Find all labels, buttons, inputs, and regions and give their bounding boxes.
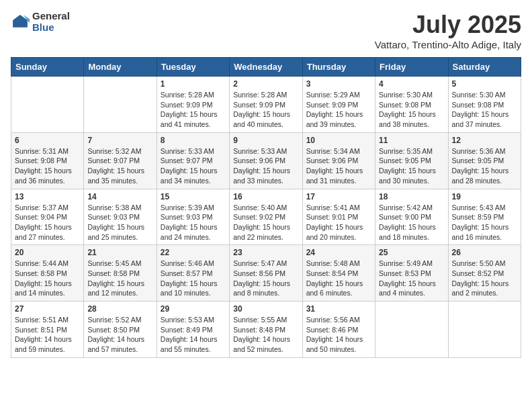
day-info: Sunrise: 5:38 AM Sunset: 9:03 PM Dayligh…: [87, 203, 152, 242]
table-row: 17Sunrise: 5:41 AM Sunset: 9:01 PM Dayli…: [302, 189, 375, 245]
day-number: 8: [161, 136, 226, 145]
table-row: 24Sunrise: 5:48 AM Sunset: 8:54 PM Dayli…: [302, 245, 375, 302]
day-info: Sunrise: 5:43 AM Sunset: 8:59 PM Dayligh…: [452, 203, 517, 242]
calendar-week-row: 1Sunrise: 5:28 AM Sunset: 9:09 PM Daylig…: [11, 77, 521, 133]
day-info: Sunrise: 5:31 AM Sunset: 9:08 PM Dayligh…: [15, 146, 80, 186]
table-row: 6Sunrise: 5:31 AM Sunset: 9:08 PM Daylig…: [11, 132, 84, 189]
day-number: 3: [306, 79, 371, 89]
day-info: Sunrise: 5:30 AM Sunset: 9:08 PM Dayligh…: [452, 90, 517, 130]
day-number: 16: [233, 192, 298, 201]
day-number: 17: [306, 192, 371, 201]
day-info: Sunrise: 5:55 AM Sunset: 8:48 PM Dayligh…: [233, 315, 298, 355]
table-row: 31Sunrise: 5:56 AM Sunset: 8:46 PM Dayli…: [302, 302, 375, 358]
day-info: Sunrise: 5:35 AM Sunset: 9:05 PM Dayligh…: [379, 146, 444, 186]
table-row: 29Sunrise: 5:53 AM Sunset: 8:49 PM Dayli…: [157, 302, 229, 358]
day-info: Sunrise: 5:32 AM Sunset: 9:07 PM Dayligh…: [87, 146, 152, 186]
table-row: 22Sunrise: 5:46 AM Sunset: 8:57 PM Dayli…: [157, 245, 229, 302]
table-row: 14Sunrise: 5:38 AM Sunset: 9:03 PM Dayli…: [84, 189, 157, 245]
table-row: 15Sunrise: 5:39 AM Sunset: 9:03 PM Dayli…: [157, 189, 229, 245]
table-row: 7Sunrise: 5:32 AM Sunset: 9:07 PM Daylig…: [84, 132, 157, 189]
day-info: Sunrise: 5:52 AM Sunset: 8:50 PM Dayligh…: [87, 315, 152, 355]
col-monday: Monday: [84, 58, 157, 77]
table-row: 10Sunrise: 5:34 AM Sunset: 9:06 PM Dayli…: [302, 132, 375, 189]
day-number: 27: [15, 304, 80, 314]
day-number: 29: [161, 304, 226, 314]
table-row: 1Sunrise: 5:28 AM Sunset: 9:09 PM Daylig…: [157, 77, 229, 133]
day-info: Sunrise: 5:50 AM Sunset: 8:52 PM Dayligh…: [452, 259, 517, 298]
day-number: 22: [161, 248, 226, 257]
day-number: 30: [233, 304, 298, 314]
calendar-table: Sunday Monday Tuesday Wednesday Thursday…: [11, 57, 521, 358]
table-row: [448, 302, 521, 358]
table-row: 28Sunrise: 5:52 AM Sunset: 8:50 PM Dayli…: [84, 302, 157, 358]
table-row: 11Sunrise: 5:35 AM Sunset: 9:05 PM Dayli…: [375, 132, 448, 189]
day-number: 7: [87, 136, 152, 145]
table-row: 25Sunrise: 5:49 AM Sunset: 8:53 PM Dayli…: [375, 245, 448, 302]
table-row: 30Sunrise: 5:55 AM Sunset: 8:48 PM Dayli…: [230, 302, 302, 358]
day-number: 24: [306, 248, 371, 257]
day-info: Sunrise: 5:44 AM Sunset: 8:58 PM Dayligh…: [15, 259, 80, 298]
col-thursday: Thursday: [302, 58, 375, 77]
logo: General Blue: [11, 11, 70, 33]
col-tuesday: Tuesday: [157, 58, 229, 77]
calendar-week-row: 6Sunrise: 5:31 AM Sunset: 9:08 PM Daylig…: [11, 132, 521, 189]
table-row: 27Sunrise: 5:51 AM Sunset: 8:51 PM Dayli…: [11, 302, 84, 358]
day-info: Sunrise: 5:29 AM Sunset: 9:09 PM Dayligh…: [306, 90, 371, 130]
table-row: 3Sunrise: 5:29 AM Sunset: 9:09 PM Daylig…: [302, 77, 375, 133]
table-row: 20Sunrise: 5:44 AM Sunset: 8:58 PM Dayli…: [11, 245, 84, 302]
table-row: [375, 302, 448, 358]
location-title: Vattaro, Trentino-Alto Adige, Italy: [375, 39, 521, 50]
col-saturday: Saturday: [448, 58, 521, 77]
day-number: 6: [15, 136, 80, 145]
day-info: Sunrise: 5:40 AM Sunset: 9:02 PM Dayligh…: [233, 203, 298, 242]
table-row: 18Sunrise: 5:42 AM Sunset: 9:00 PM Dayli…: [375, 189, 448, 245]
day-number: 19: [452, 192, 517, 201]
day-number: 15: [161, 192, 226, 201]
day-info: Sunrise: 5:28 AM Sunset: 9:09 PM Dayligh…: [233, 90, 298, 130]
table-row: [11, 77, 84, 133]
day-number: 21: [87, 248, 152, 257]
day-number: 2: [233, 79, 298, 89]
day-number: 20: [15, 248, 80, 257]
table-row: 8Sunrise: 5:33 AM Sunset: 9:07 PM Daylig…: [157, 132, 229, 189]
table-row: 13Sunrise: 5:37 AM Sunset: 9:04 PM Dayli…: [11, 189, 84, 245]
day-info: Sunrise: 5:33 AM Sunset: 9:07 PM Dayligh…: [161, 146, 226, 186]
day-info: Sunrise: 5:36 AM Sunset: 9:05 PM Dayligh…: [452, 146, 517, 186]
calendar-week-row: 20Sunrise: 5:44 AM Sunset: 8:58 PM Dayli…: [11, 245, 521, 302]
table-row: 9Sunrise: 5:33 AM Sunset: 9:06 PM Daylig…: [230, 132, 302, 189]
day-info: Sunrise: 5:51 AM Sunset: 8:51 PM Dayligh…: [15, 315, 80, 355]
page-header: General Blue July 2025 Vattaro, Trentino…: [11, 11, 521, 50]
day-number: 10: [306, 136, 371, 145]
table-row: 2Sunrise: 5:28 AM Sunset: 9:09 PM Daylig…: [230, 77, 302, 133]
day-info: Sunrise: 5:45 AM Sunset: 8:58 PM Dayligh…: [87, 259, 152, 298]
calendar-week-row: 27Sunrise: 5:51 AM Sunset: 8:51 PM Dayli…: [11, 302, 521, 358]
day-number: 5: [452, 79, 517, 89]
day-number: 9: [233, 136, 298, 145]
logo-icon: [11, 13, 30, 32]
day-info: Sunrise: 5:39 AM Sunset: 9:03 PM Dayligh…: [161, 203, 226, 242]
day-info: Sunrise: 5:56 AM Sunset: 8:46 PM Dayligh…: [306, 315, 371, 355]
table-row: 23Sunrise: 5:47 AM Sunset: 8:56 PM Dayli…: [230, 245, 302, 302]
day-number: 31: [306, 304, 371, 314]
day-info: Sunrise: 5:34 AM Sunset: 9:06 PM Dayligh…: [306, 146, 371, 186]
logo-blue: Blue: [32, 22, 70, 34]
day-number: 18: [379, 192, 444, 201]
calendar-week-row: 13Sunrise: 5:37 AM Sunset: 9:04 PM Dayli…: [11, 189, 521, 245]
day-number: 25: [379, 248, 444, 257]
day-number: 1: [161, 79, 226, 89]
day-number: 14: [87, 192, 152, 201]
table-row: 5Sunrise: 5:30 AM Sunset: 9:08 PM Daylig…: [448, 77, 521, 133]
table-row: 12Sunrise: 5:36 AM Sunset: 9:05 PM Dayli…: [448, 132, 521, 189]
day-number: 28: [87, 304, 152, 314]
day-info: Sunrise: 5:46 AM Sunset: 8:57 PM Dayligh…: [161, 259, 226, 298]
table-row: 21Sunrise: 5:45 AM Sunset: 8:58 PM Dayli…: [84, 245, 157, 302]
col-wednesday: Wednesday: [230, 58, 302, 77]
day-info: Sunrise: 5:53 AM Sunset: 8:49 PM Dayligh…: [161, 315, 226, 355]
month-title: July 2025: [375, 11, 521, 39]
logo-general: General: [32, 11, 70, 22]
day-info: Sunrise: 5:33 AM Sunset: 9:06 PM Dayligh…: [233, 146, 298, 186]
day-number: 11: [379, 136, 444, 145]
day-info: Sunrise: 5:47 AM Sunset: 8:56 PM Dayligh…: [233, 259, 298, 298]
col-sunday: Sunday: [11, 58, 84, 77]
table-row: 26Sunrise: 5:50 AM Sunset: 8:52 PM Dayli…: [448, 245, 521, 302]
